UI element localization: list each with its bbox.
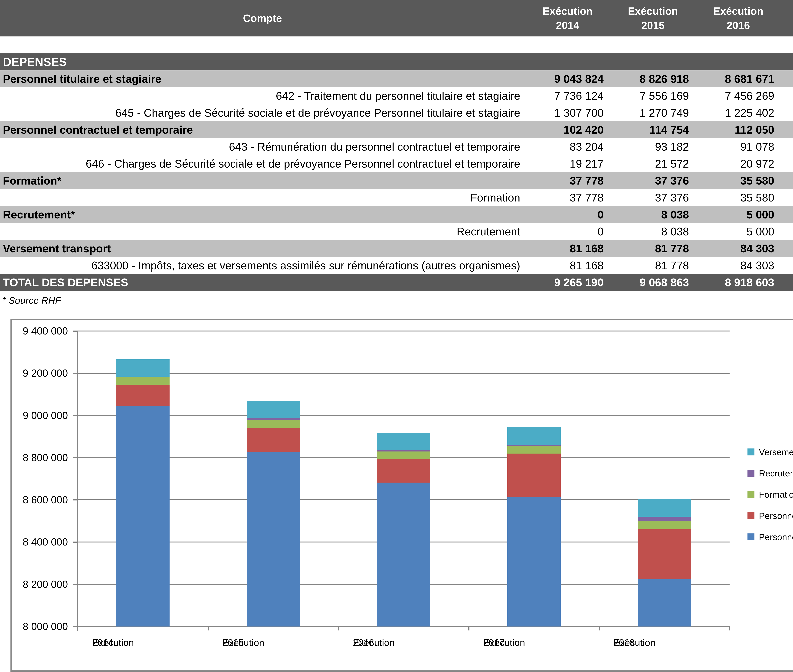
bar-segment[interactable] xyxy=(638,521,691,530)
row-value-cell[interactable]: 0 xyxy=(525,225,610,238)
row-value-cell[interactable]: 81 778 xyxy=(610,242,695,255)
row-value-cell[interactable]: 84 303 xyxy=(695,242,781,255)
row-value-cell[interactable]: 8 826 918 xyxy=(610,73,695,85)
bar-segment[interactable] xyxy=(247,401,300,418)
row-label[interactable]: TOTAL DES DEPENSES xyxy=(0,276,525,289)
row-value-cell[interactable]: 1 270 749 xyxy=(610,107,695,119)
row-value-cell[interactable]: 0 xyxy=(525,208,610,221)
legend-item[interactable]: Recrutement* xyxy=(748,468,793,478)
row-value-cell[interactable]: 5 000 xyxy=(695,225,781,238)
row-value-cell[interactable]: 37 778 xyxy=(525,174,610,187)
row-value-cell[interactable]: 112 050 xyxy=(695,123,781,136)
bar-segment[interactable] xyxy=(377,451,430,459)
row-value-cell[interactable]: 7 736 124 xyxy=(525,90,610,102)
bar-segment[interactable] xyxy=(116,406,170,627)
table-row-total: TOTAL DES DEPENSES9 265 1909 068 8638 91… xyxy=(0,274,793,291)
header-spacer xyxy=(0,37,793,53)
row-value-cell[interactable]: 35 580 xyxy=(695,174,781,187)
legend-label: Recrutement* xyxy=(759,468,793,478)
row-label[interactable]: Recrutement* xyxy=(0,208,525,221)
bar-segment[interactable] xyxy=(116,359,170,376)
row-label[interactable]: DEPENSES xyxy=(0,55,525,69)
row-value-cell[interactable]: 86 256 xyxy=(781,242,793,255)
bar-segment[interactable] xyxy=(116,377,170,385)
legend-item[interactable]: Formation* xyxy=(748,489,793,500)
row-value-cell[interactable]: 35 580 xyxy=(695,191,781,204)
row-value-cell[interactable]: 86 256 xyxy=(781,259,793,272)
row-label[interactable]: Formation* xyxy=(0,174,525,187)
bar-segment[interactable] xyxy=(377,450,430,451)
row-value-cell[interactable]: 37 376 xyxy=(610,191,695,204)
bar-segment[interactable] xyxy=(507,445,561,446)
row-value-cell[interactable]: 5 000 xyxy=(695,208,781,221)
row-label[interactable]: Formation xyxy=(0,191,525,204)
row-value-cell[interactable]: 7 394 219 xyxy=(781,90,793,102)
row-value-cell[interactable]: 91 078 xyxy=(695,141,781,153)
row-value-cell[interactable]: 206 118 xyxy=(781,123,793,136)
row-value-cell[interactable]: 4 468 xyxy=(781,208,793,221)
row-value-cell[interactable]: 21 572 xyxy=(610,157,695,170)
row-value-cell[interactable]: 81 778 xyxy=(610,259,695,272)
bar-segment[interactable] xyxy=(638,529,691,579)
row-value-cell[interactable]: 9 068 863 xyxy=(610,276,695,289)
row-label[interactable]: Recrutement xyxy=(0,225,525,238)
row-value-cell[interactable]: 7 556 169 xyxy=(610,90,695,102)
row-value-cell[interactable]: 19 217 xyxy=(525,157,610,170)
bar-segment[interactable] xyxy=(247,428,300,452)
bar-segment[interactable] xyxy=(507,497,561,627)
bar-segment[interactable] xyxy=(638,579,691,627)
row-value-cell[interactable]: 81 168 xyxy=(525,242,610,255)
bar-segment[interactable] xyxy=(507,454,561,497)
row-label[interactable]: 633000 - Impôts, taxes et versements ass… xyxy=(0,259,525,272)
row-value-cell[interactable]: 8 613 159 xyxy=(781,73,793,85)
row-value-cell[interactable]: 35 551 xyxy=(781,174,793,187)
row-value-cell[interactable]: 1 307 700 xyxy=(525,107,610,119)
table-row-detail: 633000 - Impôts, taxes et versements ass… xyxy=(0,257,793,274)
row-label[interactable]: 645 - Charges de Sécurité sociale et de … xyxy=(0,107,525,119)
row-value-cell[interactable]: 102 420 xyxy=(525,123,610,136)
row-value-cell[interactable]: 8 681 671 xyxy=(695,73,781,85)
row-value-cell[interactable]: 35 551 xyxy=(781,191,793,204)
bar-segment[interactable] xyxy=(377,483,430,627)
table-row-group: Personnel contractuel et temporaire102 4… xyxy=(0,121,793,138)
bar-segment[interactable] xyxy=(638,517,691,521)
row-value-cell[interactable]: 1 225 402 xyxy=(695,107,781,119)
row-value-cell[interactable]: 163 316 xyxy=(781,141,793,153)
row-label[interactable]: Versement transport xyxy=(0,242,525,255)
row-value-cell[interactable]: 42 802 xyxy=(781,157,793,170)
bar-segment[interactable] xyxy=(507,427,561,445)
row-label[interactable]: 642 - Traitement du personnel titulaire … xyxy=(0,90,525,102)
bar-segment[interactable] xyxy=(247,418,300,420)
row-value-cell[interactable]: 81 168 xyxy=(525,259,610,272)
row-value-cell[interactable]: 9 265 190 xyxy=(525,276,610,289)
row-value-cell[interactable]: 83 204 xyxy=(525,141,610,153)
row-value-cell[interactable]: 114 754 xyxy=(610,123,695,136)
row-value-cell[interactable]: 1 218 940 xyxy=(781,107,793,119)
bar-segment[interactable] xyxy=(377,433,430,450)
legend-item[interactable]: Versement transport xyxy=(748,447,793,457)
row-value-cell[interactable]: 9 043 824 xyxy=(525,73,610,85)
bar-segment[interactable] xyxy=(247,420,300,428)
bar-segment[interactable] xyxy=(377,459,430,483)
row-label[interactable]: Personnel contractuel et temporaire xyxy=(0,123,525,136)
row-value-cell[interactable]: 37 778 xyxy=(525,191,610,204)
row-value-cell[interactable]: 84 303 xyxy=(695,259,781,272)
row-value-cell[interactable]: 4 468 xyxy=(781,225,793,238)
legend-item[interactable]: Personnel contractuel et temporaire xyxy=(748,510,793,521)
row-label[interactable]: 646 - Charges de Sécurité sociale et de … xyxy=(0,157,525,170)
row-value-cell[interactable]: 7 456 269 xyxy=(695,90,781,102)
row-value-cell[interactable]: 20 972 xyxy=(695,157,781,170)
row-value-cell[interactable]: 8 945 553 xyxy=(781,276,793,289)
legend-item[interactable]: Personnel titulaire et stagiaire xyxy=(748,532,793,542)
row-value-cell[interactable]: 8 038 xyxy=(610,208,695,221)
bar-segment[interactable] xyxy=(638,499,691,517)
row-label[interactable]: 643 - Rémunération du personnel contract… xyxy=(0,141,525,153)
row-value-cell[interactable]: 37 376 xyxy=(610,174,695,187)
bar-segment[interactable] xyxy=(507,446,561,454)
row-label[interactable]: Personnel titulaire et stagiaire xyxy=(0,73,525,85)
row-value-cell[interactable]: 8 918 603 xyxy=(695,276,781,289)
bar-segment[interactable] xyxy=(247,452,300,627)
bar-segment[interactable] xyxy=(116,385,170,406)
row-value-cell[interactable]: 8 038 xyxy=(610,225,695,238)
row-value-cell[interactable]: 93 182 xyxy=(610,141,695,153)
